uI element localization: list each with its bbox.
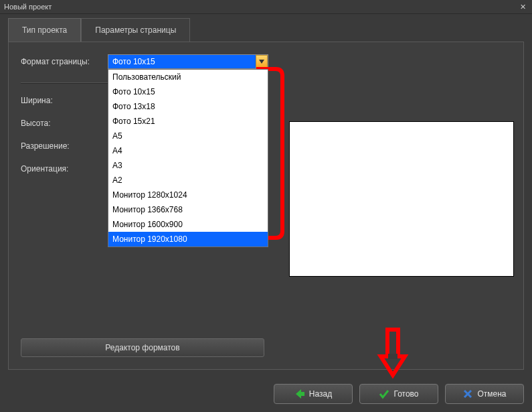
cancel-button[interactable]: Отмена [445, 384, 524, 404]
label-resolution: Разрешение: [21, 141, 108, 151]
format-option[interactable]: Фото 13х18 [108, 99, 268, 114]
format-option[interactable]: Монитор 1366х768 [108, 202, 268, 217]
format-dropdown[interactable]: ПользовательскийФото 10х15Фото 13х18Фото… [108, 69, 268, 247]
form-area: Формат страницы: Фото 10х15 Пользователь… [21, 54, 268, 174]
select-value: Фото 10х15 [112, 57, 155, 66]
svg-marker-0 [259, 60, 264, 64]
format-option[interactable]: Фото 10х15 [108, 84, 268, 99]
format-editor-button[interactable]: Редактор форматов [21, 338, 264, 357]
tabstrip: Тип проекта Параметры страницы [0, 14, 532, 42]
label-format: Формат страницы: [21, 57, 108, 66]
done-button[interactable]: Готово [359, 384, 438, 404]
row-format: Формат страницы: Фото 10х15 Пользователь… [21, 54, 268, 69]
select-box[interactable]: Фото 10х15 [108, 54, 268, 69]
format-select[interactable]: Фото 10х15 ПользовательскийФото 10х15Фот… [108, 54, 268, 69]
arrow-left-icon [294, 389, 305, 399]
done-button-label: Готово [393, 389, 418, 399]
bottom-bar: Назад Готово Отмена [274, 384, 524, 404]
tab-page-params[interactable]: Параметры страницы [81, 18, 190, 42]
format-option[interactable]: А2 [108, 173, 268, 188]
close-icon [462, 389, 473, 399]
format-option[interactable]: Фото 15х21 [108, 114, 268, 129]
back-button-label: Назад [309, 389, 332, 399]
svg-marker-1 [296, 389, 304, 399]
close-icon[interactable]: ✕ [517, 2, 528, 11]
format-option[interactable]: Монитор 1920х1080 [108, 232, 268, 247]
format-option[interactable]: А5 [108, 129, 268, 143]
titlebar: Новый проект ✕ [0, 0, 532, 14]
format-option[interactable]: А4 [108, 143, 268, 158]
cancel-button-label: Отмена [477, 389, 506, 399]
window-title: Новый проект [4, 3, 52, 11]
label-height: Высота: [21, 119, 108, 128]
chevron-down-icon[interactable] [256, 55, 268, 68]
tab-project-type[interactable]: Тип проекта [8, 18, 81, 42]
content-panel: Формат страницы: Фото 10х15 Пользователь… [8, 42, 524, 370]
label-width: Ширина: [21, 96, 108, 105]
format-option[interactable]: Монитор 1280х1024 [108, 188, 268, 202]
page-preview [289, 121, 514, 277]
format-option[interactable]: Пользовательский [108, 70, 268, 84]
back-button[interactable]: Назад [274, 384, 353, 404]
format-option[interactable]: А3 [108, 158, 268, 173]
check-icon [379, 389, 389, 399]
label-orientation: Ориентация: [21, 164, 108, 174]
format-option[interactable]: Монитор 1600х900 [108, 217, 268, 232]
